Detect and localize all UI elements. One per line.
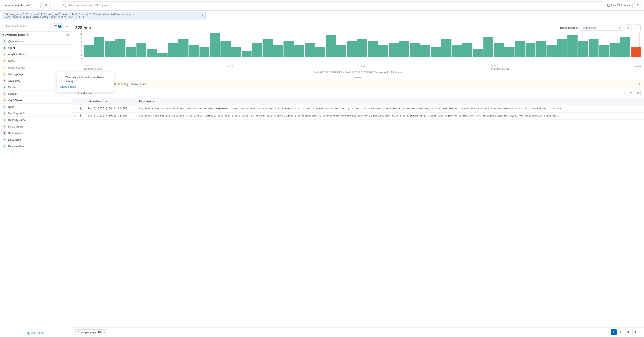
next-page-btn[interactable]: › — [640, 330, 640, 334]
time-range-selector[interactable]: Last 24 hours ▾ — [605, 2, 632, 8]
page-btn[interactable]: 2 — [618, 329, 624, 335]
bar[interactable] — [178, 39, 188, 57]
bar[interactable] — [515, 41, 525, 57]
column-view-btn[interactable] — [621, 90, 627, 96]
bar[interactable] — [504, 47, 514, 57]
field-item[interactable]: k DestCityName — [0, 117, 72, 123]
bar[interactable] — [220, 41, 230, 57]
row-checkbox[interactable] — [80, 107, 83, 110]
bar[interactable] — [158, 53, 168, 57]
field-item[interactable]: k DestWeather — [0, 143, 72, 149]
field-item[interactable]: ◎ DestLocation — [0, 130, 72, 136]
field-item[interactable]: # dayOfWeek — [0, 97, 72, 104]
bar[interactable] — [84, 45, 94, 57]
chart-settings-btn[interactable] — [625, 24, 632, 31]
bar[interactable] — [399, 41, 410, 57]
bar[interactable] — [252, 43, 262, 57]
bar[interactable] — [546, 45, 556, 57]
warning-show-details-link[interactable]: Show details — [131, 82, 146, 86]
filter-icon-btn[interactable] — [42, 2, 50, 9]
bar[interactable] — [578, 41, 588, 57]
field-item[interactable]: # bytes — [0, 58, 72, 64]
bar[interactable] — [168, 43, 178, 57]
bar[interactable] — [94, 37, 104, 57]
bar[interactable] — [115, 39, 126, 57]
field-item[interactable]: k DestAirportID — [0, 110, 72, 117]
bar[interactable] — [473, 49, 483, 57]
field-item[interactable]: t agent — [0, 45, 72, 51]
bar[interactable] — [378, 45, 388, 57]
row-checkbox[interactable] — [80, 114, 83, 117]
field-item[interactable]: t @timestamp — [0, 38, 72, 45]
index-selector[interactable]: kibana_sample_data* ▾ — [2, 2, 40, 8]
bar[interactable] — [588, 39, 599, 57]
bar[interactable] — [431, 47, 441, 57]
page-btn[interactable]: 3 — [625, 329, 631, 335]
prev-page-btn[interactable]: ‹ — [608, 330, 609, 334]
page-btn[interactable]: 1 — [611, 329, 617, 335]
bar[interactable] — [368, 41, 378, 57]
bar[interactable] — [420, 45, 430, 57]
document-view-btn[interactable] — [635, 90, 640, 96]
bar[interactable] — [557, 39, 567, 57]
bar[interactable] — [242, 51, 252, 57]
col-timestamp[interactable]: ↓ timestamp ⓘ ▾ — [85, 98, 137, 105]
bar[interactable] — [105, 41, 115, 57]
field-item[interactable]: # bytes_counter — [0, 64, 72, 71]
bar[interactable] — [231, 47, 241, 57]
bar[interactable] — [336, 45, 346, 57]
bar[interactable] — [262, 39, 273, 57]
bar[interactable] — [568, 35, 578, 57]
warning-close-btn[interactable]: × — [639, 82, 640, 86]
chart-drag-handle[interactable]: — — — [75, 75, 640, 80]
bar[interactable] — [347, 41, 357, 57]
bar[interactable] — [326, 35, 336, 57]
bar[interactable] — [462, 43, 472, 57]
bar[interactable] — [599, 45, 609, 57]
bar[interactable] — [441, 39, 452, 57]
bar[interactable] — [536, 41, 546, 57]
bar[interactable] — [126, 47, 136, 57]
tooltip-show-details-link[interactable]: Show details — [60, 85, 76, 88]
field-filter-btn[interactable]: 0 — [52, 23, 64, 29]
bar[interactable] — [147, 49, 157, 57]
bar[interactable] — [526, 43, 536, 57]
bar[interactable] — [315, 47, 325, 57]
bar[interactable] — [200, 47, 210, 57]
field-item[interactable]: k DestCountry — [0, 123, 72, 130]
bar[interactable] — [294, 45, 304, 57]
bar[interactable] — [357, 39, 367, 57]
select-field-dropdown[interactable]: Select field ▾ — [580, 25, 623, 31]
bar[interactable] — [284, 41, 294, 57]
collapse-sidebar-btn[interactable]: ⇐ — [65, 24, 69, 28]
available-fields-section[interactable]: ▾ Available fields ⓘ 55 — [0, 31, 72, 38]
search-fields-input[interactable] — [2, 23, 51, 29]
bar[interactable] — [620, 37, 630, 57]
add-field-btn[interactable]: Add a field — [0, 329, 72, 337]
bar[interactable] — [210, 33, 220, 57]
bar[interactable] — [273, 45, 283, 57]
bar[interactable] — [189, 45, 199, 57]
bar[interactable] — [452, 45, 462, 57]
bar[interactable] — [631, 47, 641, 57]
field-item[interactable]: k Dest — [0, 104, 72, 110]
bar[interactable] — [389, 43, 399, 57]
add-filter-btn[interactable]: + — [51, 2, 58, 9]
bar[interactable] — [305, 43, 315, 57]
bar[interactable] — [610, 43, 620, 57]
bar[interactable] — [484, 37, 494, 57]
kql-search-input[interactable] — [68, 3, 601, 7]
field-item[interactable]: k DestRegion — [0, 136, 72, 143]
bar[interactable] — [136, 43, 146, 57]
bar[interactable] — [410, 43, 420, 57]
bar[interactable] — [494, 43, 504, 57]
row-expand-btn[interactable]: ↗ — [74, 114, 76, 117]
rows-per-page-select[interactable]: Rows per page: 100 ▾ — [75, 330, 107, 335]
filter-chip-close[interactable]: × — [202, 14, 204, 17]
row-expand-btn[interactable]: ↗ — [74, 107, 76, 110]
page-btn[interactable]: 4 — [632, 329, 638, 335]
filter-chip[interactable]: {"error_query":{"indices":[{"error_type"… — [2, 12, 206, 19]
col-document[interactable]: Document ▾ — [137, 98, 644, 105]
refresh-btn[interactable] — [634, 2, 642, 9]
table-view-btn[interactable] — [628, 90, 634, 96]
